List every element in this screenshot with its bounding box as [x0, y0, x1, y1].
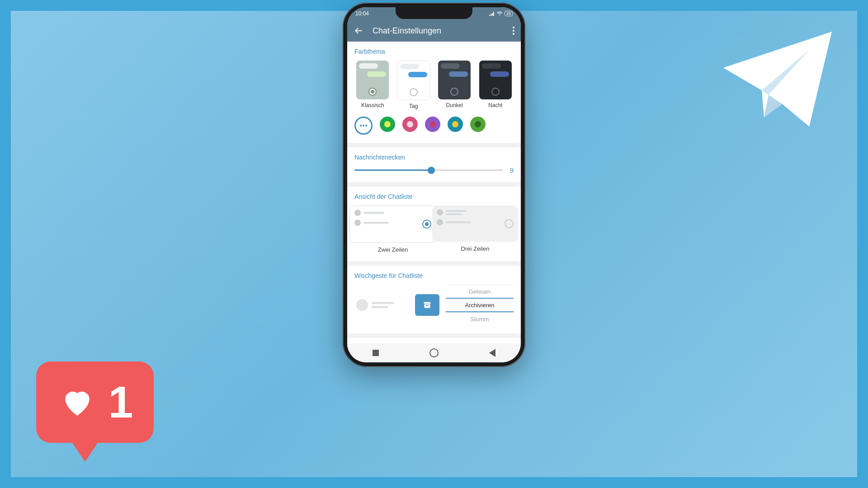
radio-off-icon — [505, 219, 514, 228]
android-nav-bar — [347, 343, 521, 362]
swipe-option-archive[interactable]: Archivieren — [446, 298, 514, 312]
theme-option-klassisch[interactable]: Klassisch — [354, 61, 391, 109]
theme-label: Dunkel — [446, 102, 463, 108]
theme-label: Klassisch — [361, 102, 384, 108]
svg-rect-1 — [425, 304, 430, 308]
section-chatlist-view: Ansicht der Chatliste Zwei Zeilen — [347, 187, 521, 261]
swipe-preview — [354, 294, 415, 316]
wifi-icon — [496, 11, 503, 16]
phone-notch — [396, 7, 472, 19]
accent-teal[interactable] — [448, 117, 463, 132]
swipe-option-read[interactable]: Gelesen — [446, 285, 514, 298]
theme-option-nacht[interactable]: Nacht — [477, 61, 514, 109]
accent-purple[interactable] — [425, 117, 440, 132]
heart-icon — [57, 384, 98, 420]
like-count: 1 — [108, 377, 133, 428]
accent-pink[interactable] — [402, 117, 418, 132]
signal-icon — [489, 11, 495, 16]
content-scroll[interactable]: Farbthema Klassisch — [347, 42, 521, 343]
svg-rect-0 — [424, 302, 431, 304]
section-swipe-title: Wischgeste für Chatliste — [354, 272, 514, 279]
section-theme: Farbthema Klassisch — [347, 42, 521, 143]
accent-green[interactable] — [380, 117, 395, 132]
nav-recents-icon[interactable] — [373, 350, 379, 356]
view-label: Zwei Zeilen — [378, 246, 408, 253]
theme-label: Tag — [409, 103, 418, 109]
swipe-option-mute[interactable]: Stumm — [446, 312, 514, 325]
swipe-action-archive-icon — [415, 294, 439, 316]
section-settings: Einstellungen — [347, 338, 521, 343]
section-theme-title: Farbthema — [354, 48, 514, 55]
like-bubble: 1 — [36, 361, 154, 465]
section-corners: Nachrichtenecken 9 — [347, 147, 521, 182]
page-title: Chat-Einstellungen — [373, 26, 504, 36]
section-chatlist-title: Ansicht der Chatliste — [354, 193, 514, 200]
battery-level: 28 — [505, 11, 513, 16]
back-arrow-icon[interactable] — [354, 26, 363, 36]
view-option-two-lines[interactable]: Zwei Zeilen — [354, 206, 431, 253]
accent-more-icon[interactable] — [354, 117, 373, 135]
radio-on-icon — [422, 220, 431, 229]
nav-home-icon[interactable] — [429, 348, 439, 357]
corners-value: 9 — [510, 166, 514, 174]
theme-option-dunkel[interactable]: Dunkel — [436, 61, 473, 109]
app-header: Chat-Einstellungen — [347, 20, 521, 42]
view-label: Drei Zeilen — [461, 245, 490, 252]
phone-frame: 10:04 28 Chat-Einstellungen Farbthema — [343, 3, 525, 367]
view-option-three-lines[interactable]: Drei Zeilen — [437, 206, 514, 253]
svg-rect-2 — [426, 305, 429, 306]
section-corners-title: Nachrichtenecken — [354, 154, 514, 161]
status-time: 10:04 — [355, 10, 369, 17]
more-icon[interactable] — [513, 27, 514, 35]
theme-label: Nacht — [488, 102, 502, 108]
corners-slider[interactable] — [354, 169, 503, 171]
theme-option-tag[interactable]: Tag — [396, 61, 432, 109]
nav-back-icon[interactable] — [489, 349, 495, 357]
accent-color-row — [354, 117, 514, 135]
section-swipe: Wischgeste für Chatliste Gelesen Archivi… — [347, 266, 521, 333]
accent-lime[interactable] — [470, 117, 486, 132]
telegram-logo-icon — [719, 27, 836, 131]
